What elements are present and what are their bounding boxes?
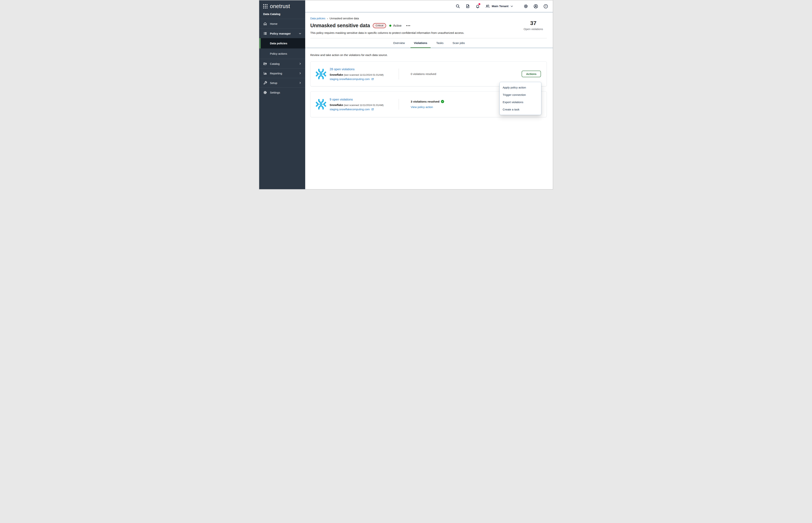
menu-item-export-violations[interactable]: Export violations <box>500 98 541 106</box>
breadcrumb-current: Unmasked sensitive data <box>329 17 359 20</box>
sidebar-item-label: Home <box>270 22 278 25</box>
users-icon <box>485 4 490 8</box>
sidebar-item-label: Setup <box>270 82 277 85</box>
sidebar-item-reporting[interactable]: Reporting <box>259 68 305 78</box>
document-check-icon[interactable] <box>465 4 470 8</box>
resolved-info: 0 violations resolved <box>411 72 436 76</box>
list-icon <box>263 32 267 36</box>
sidebar-item-label: Policy actions <box>270 52 287 55</box>
settings-gear-icon[interactable] <box>523 4 528 8</box>
header-divider <box>310 38 547 38</box>
active-dot-icon <box>389 24 391 27</box>
chevron-down-icon <box>510 5 513 8</box>
logo-row: onetrust <box>259 0 305 11</box>
stat-label: Open violations <box>524 28 543 31</box>
sidebar: onetrust Data Catalog Home Policy manage… <box>259 0 305 189</box>
svg-text:?: ? <box>545 5 546 7</box>
last-scanned: (last scanned 11/11/2024 01:01AM) <box>344 104 383 107</box>
source-url-row: staging.snowflakecomputing.com <box>329 77 399 80</box>
resolved-text: 3 violations resolved <box>411 100 439 103</box>
chevron-right-icon <box>299 62 301 65</box>
severity-badge: Critical <box>373 23 386 29</box>
chevron-right-icon <box>299 72 301 75</box>
status-indicator: Active <box>389 24 401 28</box>
app-grid-icon[interactable] <box>263 4 267 8</box>
main-content: Data policies › Unmasked sensitive data … <box>305 13 553 189</box>
sidebar-item-policy-manager[interactable]: Policy manager <box>259 29 305 38</box>
title-row: Unmasked sensitive data Critical Active <box>310 23 547 29</box>
menu-item-create-a-task[interactable]: Create a task <box>500 106 541 113</box>
open-violations-stat: 37 Open violations <box>524 20 543 31</box>
tab-bar: Overview Violations Tasks Scan jobs <box>305 38 553 48</box>
policy-description: This policy requires masking sensitive d… <box>310 31 479 34</box>
actions-button[interactable]: Actions <box>522 71 541 77</box>
sidebar-item-policy-actions[interactable]: Policy actions <box>259 49 305 59</box>
bar-chart-icon <box>263 71 267 75</box>
source-url-link[interactable]: staging.snowflakecomputing.com <box>329 77 370 80</box>
snowflake-logo-icon <box>316 69 326 79</box>
source-info: 28 open violations Snowflake (last scann… <box>329 68 399 80</box>
source-line: Snowflake (last scanned 11/11/2024 01:01… <box>329 73 399 76</box>
page-header: Data policies › Unmasked sensitive data … <box>305 13 553 38</box>
view-policy-action-link[interactable]: View policy action <box>411 105 433 109</box>
brand-logo: onetrust <box>270 4 290 9</box>
snowflake-logo-icon <box>316 99 326 109</box>
sidebar-item-label: Reporting <box>270 72 282 75</box>
resolved-text-row: 3 violations resolved <box>411 100 444 103</box>
tab-overview[interactable]: Overview <box>390 38 408 48</box>
check-circle-icon <box>441 100 444 103</box>
chevron-right-icon <box>299 82 301 84</box>
search-icon[interactable] <box>455 4 460 8</box>
sidebar-item-data-policies[interactable]: Data policies <box>259 38 305 49</box>
notification-badge <box>478 3 480 5</box>
actions-dropdown-menu: Apply policy action Trigger connection E… <box>499 82 541 115</box>
external-link-icon <box>371 78 374 80</box>
source-url-link[interactable]: staging.snowflakecomputing.com <box>329 108 370 111</box>
menu-item-trigger-connection[interactable]: Trigger connection <box>500 91 541 98</box>
resolved-text: 0 violations resolved <box>411 72 436 75</box>
folder-icon <box>263 62 267 66</box>
tab-scan-jobs[interactable]: Scan jobs <box>449 38 468 48</box>
help-icon[interactable]: ? <box>543 4 548 8</box>
sidebar-item-label: Settings <box>270 91 280 94</box>
external-link-icon <box>371 108 374 111</box>
topbar: Main Tenant ? <box>305 0 553 13</box>
breadcrumb-parent-link[interactable]: Data policies <box>310 17 325 20</box>
tab-violations[interactable]: Violations <box>411 38 431 48</box>
open-violations-link[interactable]: 28 open violations <box>329 68 355 71</box>
sidebar-item-label: Catalog <box>270 62 280 65</box>
sidebar-item-label: Data policies <box>270 42 287 45</box>
chevron-down-icon <box>299 32 301 35</box>
more-options-icon[interactable] <box>406 24 411 27</box>
wrench-icon <box>263 81 267 85</box>
sidebar-item-catalog[interactable]: Catalog <box>259 59 305 68</box>
breadcrumb: Data policies › Unmasked sensitive data <box>310 17 547 20</box>
source-name: Snowflake <box>329 104 343 107</box>
tab-tasks[interactable]: Tasks <box>433 38 447 48</box>
stat-count: 37 <box>524 20 543 26</box>
sidebar-item-home[interactable]: Home <box>259 19 305 29</box>
sidebar-item-setup[interactable]: Setup <box>259 78 305 88</box>
breadcrumb-separator-icon: › <box>327 17 328 20</box>
gear-icon <box>263 91 267 94</box>
violations-intro: Review and take action on the violations… <box>310 53 547 57</box>
tenant-selector[interactable]: Main Tenant <box>485 4 513 8</box>
page-title: Unmasked sensitive data <box>310 23 370 29</box>
user-account-icon[interactable] <box>533 4 538 8</box>
product-name: Data Catalog <box>259 11 305 19</box>
resolved-info: 3 violations resolved View policy action <box>411 100 444 109</box>
sidebar-item-label: Policy manager <box>270 32 291 35</box>
source-url-row: staging.snowflakecomputing.com <box>329 108 399 111</box>
sidebar-nav: Home Policy manager Data policies Policy… <box>259 19 305 97</box>
last-scanned: (last scanned 11/11/2024 01:01AM) <box>344 73 383 76</box>
home-icon <box>263 22 267 26</box>
menu-item-apply-policy-action[interactable]: Apply policy action <box>500 84 541 91</box>
open-violations-link[interactable]: 9 open violations <box>329 98 353 101</box>
source-info: 9 open violations Snowflake (last scanne… <box>329 98 399 111</box>
source-name: Snowflake <box>329 73 343 76</box>
status-label: Active <box>393 24 401 28</box>
tenant-name: Main Tenant <box>492 4 509 8</box>
sidebar-item-settings[interactable]: Settings <box>259 88 305 97</box>
notifications-bell-icon[interactable] <box>475 4 480 8</box>
source-line: Snowflake (last scanned 11/11/2024 01:01… <box>329 104 399 107</box>
